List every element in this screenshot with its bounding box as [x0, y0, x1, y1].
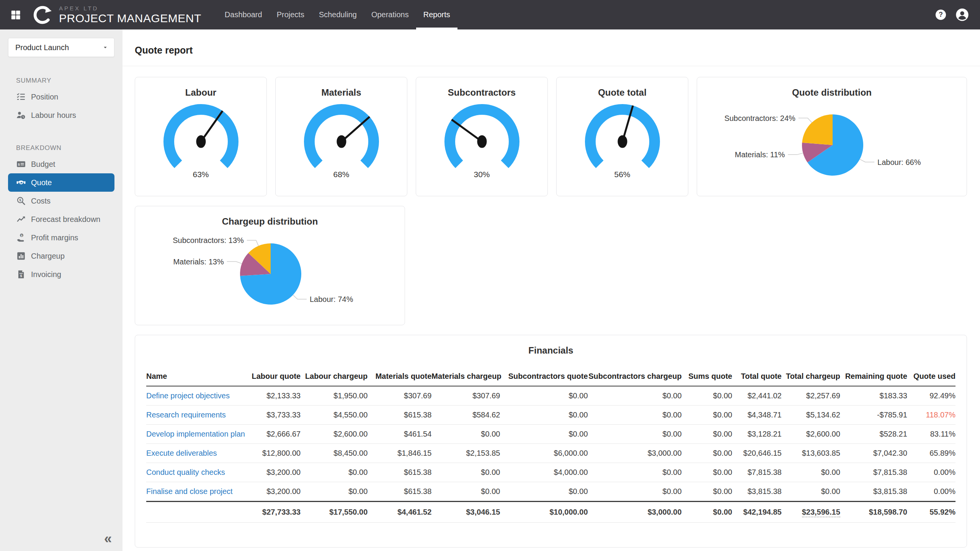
- apps-grid-icon[interactable]: [10, 9, 21, 21]
- sidebar-item-profit-margins[interactable]: $Profit margins: [0, 228, 122, 247]
- cell-subcontractors-quote: $6,000.00: [500, 444, 588, 463]
- sidebar-item-chargeup[interactable]: Chargeup: [0, 247, 122, 265]
- cell-total-quote: $3,815.38: [732, 482, 782, 502]
- handshake-icon: [16, 178, 26, 187]
- sidebar-item-labour-hours[interactable]: Labour hours: [0, 106, 122, 124]
- cell-quote-used: 0.00%: [907, 463, 956, 482]
- gauge-value: 30%: [416, 170, 547, 179]
- gauge-hub: [336, 135, 346, 148]
- cell-materials-quote: $1,846.15: [368, 444, 431, 463]
- sidebar-item-invoicing[interactable]: $Invoicing: [0, 265, 122, 284]
- card-title: Chargeup distribution: [135, 216, 405, 227]
- pie-label-connector: [227, 262, 242, 264]
- svg-text:?: ?: [939, 11, 943, 18]
- pie-label-subcontractors: Subcontractors: 24%: [724, 114, 795, 122]
- cell-remaining-quote: $3,815.38: [840, 482, 907, 502]
- cell-subcontractors-quote: $0.00: [500, 425, 588, 444]
- project-selector-value: Product Launch: [15, 43, 69, 52]
- nav-item-scheduling[interactable]: Scheduling: [312, 0, 364, 29]
- column-header-quote-used: Quote used: [907, 367, 956, 386]
- task-link-develop-implementation-plan[interactable]: Develop implementation plan: [146, 430, 245, 438]
- svg-text:$: $: [19, 198, 21, 202]
- gauge-chart: [159, 103, 243, 168]
- task-link-conduct-quality-checks[interactable]: Conduct quality checks: [146, 468, 225, 476]
- total-labour-chargeup: $17,550.00: [301, 502, 368, 523]
- svg-text:$: $: [18, 163, 20, 166]
- cell-remaining-quote: $183.33: [840, 386, 907, 406]
- cell-name: Finalise and close project: [146, 482, 250, 502]
- total-dotted-value: $23,596.15: [802, 508, 840, 517]
- cell-labour-quote: $2,666.67: [250, 425, 301, 444]
- sidebar-item-costs[interactable]: $Costs: [0, 192, 122, 210]
- nav-item-operations[interactable]: Operations: [364, 0, 416, 29]
- table-row: Define project objectives$2,133.33$1,950…: [146, 386, 956, 406]
- pie-slice-subcontractors[interactable]: [802, 114, 833, 145]
- sidebar-item-label: Invoicing: [31, 270, 61, 279]
- financials-table-head: NameLabour quoteLabour chargeupMaterials…: [146, 367, 956, 386]
- nav-item-reports[interactable]: Reports: [416, 0, 457, 29]
- sidebar-section-breakdown: BREAKDOWN: [16, 144, 122, 152]
- task-link-research-requirements[interactable]: Research requirements: [146, 411, 226, 419]
- column-header-total-chargeup: Total chargeup: [782, 367, 840, 386]
- sidebar-item-budget[interactable]: $Budget: [0, 155, 122, 173]
- card-title: Quote total: [557, 87, 688, 98]
- column-header-materials-chargeup: Materials chargeup: [431, 367, 500, 386]
- cell-total-chargeup: $5,134.62: [782, 406, 840, 425]
- cell-labour-chargeup: $2,600.00: [301, 425, 368, 444]
- pie-label-labour: Labour: 66%: [877, 158, 921, 166]
- gauge-hub: [196, 135, 206, 148]
- brand-company: APEX LTD: [59, 5, 201, 11]
- nav-item-dashboard[interactable]: Dashboard: [217, 0, 270, 29]
- sidebar-item-quote[interactable]: Quote: [8, 173, 114, 192]
- financials-table-body: Define project objectives$2,133.33$1,950…: [146, 386, 956, 502]
- gauge-card-quote-total: Quote total56%: [556, 77, 688, 196]
- cell-labour-quote: $12,800.00: [250, 444, 301, 463]
- cell-subcontractors-chargeup: $0.00: [588, 425, 682, 444]
- pie-card-quote-distribution: Quote distributionLabour: 66%Materials: …: [697, 77, 967, 196]
- svg-text:$: $: [21, 234, 23, 237]
- cell-materials-chargeup: $584.62: [431, 406, 500, 425]
- account-icon[interactable]: [955, 8, 969, 22]
- cell-labour-chargeup: $4,550.00: [301, 406, 368, 425]
- financials-table: NameLabour quoteLabour chargeupMaterials…: [146, 367, 956, 523]
- sidebar-item-label: Chargeup: [31, 252, 65, 261]
- cell-total-quote: $2,441.02: [732, 386, 782, 406]
- cell-name: Define project objectives: [146, 386, 250, 406]
- cell-quote-used: 92.49%: [907, 386, 956, 406]
- task-link-finalise-and-close-project[interactable]: Finalise and close project: [146, 487, 233, 496]
- caret-down-icon: [102, 44, 109, 51]
- task-link-execute-deliverables[interactable]: Execute deliverables: [146, 449, 217, 457]
- total-sums-quote: $0.00: [682, 502, 732, 523]
- sidebar-item-label: Profit margins: [31, 233, 78, 242]
- checklist-icon: [16, 92, 26, 102]
- pie-label-materials: Materials: 11%: [735, 150, 785, 159]
- cell-name: Research requirements: [146, 406, 250, 425]
- nav-item-projects[interactable]: Projects: [270, 0, 312, 29]
- cell-total-chargeup: $13,603.85: [782, 444, 840, 463]
- cell-total-chargeup: $0.00: [782, 463, 840, 482]
- sidebar: Product Launch SUMMARYPositionLabour hou…: [0, 29, 122, 551]
- task-link-define-project-objectives[interactable]: Define project objectives: [146, 391, 230, 400]
- cell-sums-quote: $0.00: [682, 482, 732, 502]
- cell-labour-chargeup: $0.00: [301, 482, 368, 502]
- cell-sums-quote: $0.00: [682, 386, 732, 406]
- brand-product: PROJECT MANAGEMENT: [59, 13, 201, 24]
- project-selector[interactable]: Product Launch: [8, 38, 114, 57]
- gauge-hub: [477, 135, 487, 148]
- cell-total-quote: $7,815.38: [732, 463, 782, 482]
- gauge-value: 63%: [135, 170, 266, 179]
- sidebar-item-label: Labour hours: [31, 111, 76, 120]
- cell-total-chargeup: $2,600.00: [782, 425, 840, 444]
- sidebar-collapse-icon[interactable]: «: [104, 532, 112, 546]
- sidebar-item-position[interactable]: Position: [0, 88, 122, 106]
- cell-subcontractors-chargeup: $0.00: [588, 482, 682, 502]
- cell-materials-chargeup: $2,153.85: [431, 444, 500, 463]
- pie-label-connector: [293, 295, 307, 299]
- cell-subcontractors-chargeup: $0.00: [588, 406, 682, 425]
- help-icon[interactable]: ?: [935, 9, 947, 21]
- sidebar-item-forecast-breakdown[interactable]: Forecast breakdown: [0, 210, 122, 228]
- search-dollar-icon: $: [16, 196, 26, 206]
- pie-card-chargeup-distribution: Chargeup distributionLabour: 74%Material…: [135, 206, 405, 325]
- top-navbar: APEX LTD PROJECT MANAGEMENT DashboardPro…: [0, 0, 980, 29]
- cell-sums-quote: $0.00: [682, 444, 732, 463]
